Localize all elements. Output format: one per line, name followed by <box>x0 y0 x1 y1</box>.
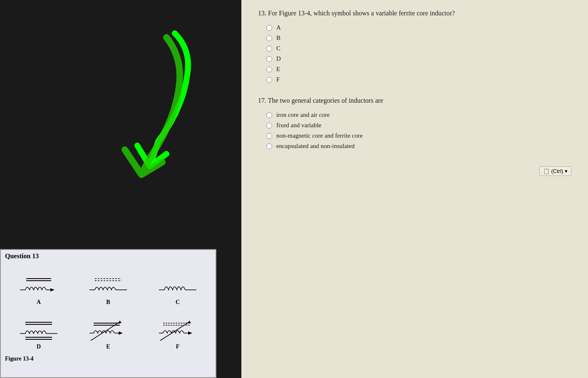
question-17-text: 17. The two general categories of induct… <box>258 96 571 106</box>
svg-marker-21 <box>119 331 123 335</box>
option-13-D[interactable]: D <box>266 55 571 62</box>
inductor-A <box>18 275 60 298</box>
option-13-B-label: B <box>276 35 280 42</box>
option-13-E-label: E <box>276 66 280 73</box>
option-17-A[interactable]: iron core and air core <box>266 111 571 119</box>
inductor-D <box>18 320 60 343</box>
question-17-options: iron core and air core fixed and variabl… <box>266 111 571 150</box>
figure-cell-C: C <box>144 264 211 307</box>
option-17-C[interactable]: non-magnetic core and ferrite core <box>266 132 571 139</box>
cell-label-A: A <box>37 299 41 306</box>
figure-cell-F: F <box>144 309 211 352</box>
option-17-A-label: iron core and air core <box>276 111 330 119</box>
svg-line-29 <box>160 322 189 341</box>
ctrl-icon: 📋 <box>543 168 550 174</box>
question-13-text: 13. For Figure 13-4, which symbol shows … <box>258 8 571 18</box>
option-17-B-label: fixed and variable <box>276 122 321 129</box>
cell-label-C: C <box>176 299 180 306</box>
cell-label-F: F <box>176 343 180 350</box>
figure-box: Question 13 A <box>0 249 216 378</box>
option-13-D-label: D <box>276 55 281 62</box>
radio-13-A[interactable] <box>266 25 272 31</box>
radio-13-D[interactable] <box>266 56 272 62</box>
figure-cell-E: E <box>74 309 142 352</box>
inductor-B <box>87 275 129 298</box>
figure-grid: A B <box>1 262 216 354</box>
figure-cell-B: B <box>74 264 142 307</box>
radio-17-D[interactable] <box>266 143 272 149</box>
option-17-D-label: encapsulated and non-insulated <box>276 143 355 150</box>
figure-caption: Figure 13-4 <box>1 354 216 364</box>
option-13-B[interactable]: B <box>266 35 571 42</box>
inductor-E <box>87 320 129 343</box>
question-17-block: 17. The two general categories of induct… <box>258 96 571 150</box>
radio-13-B[interactable] <box>266 35 272 41</box>
svg-line-22 <box>91 322 120 341</box>
question-13-number: 13. <box>258 10 268 17</box>
svg-marker-28 <box>188 331 192 335</box>
radio-17-A[interactable] <box>266 112 272 118</box>
question-13-block: 13. For Figure 13-4, which symbol shows … <box>258 8 571 83</box>
question-17-number: 17. <box>258 97 268 104</box>
radio-17-C[interactable] <box>266 133 272 139</box>
option-13-C[interactable]: C <box>266 45 571 52</box>
inductor-C <box>157 275 198 298</box>
svg-marker-23 <box>118 321 122 323</box>
inductor-F <box>157 320 198 343</box>
radio-13-C[interactable] <box>266 46 272 52</box>
radio-13-F[interactable] <box>266 77 272 83</box>
option-13-F-label: F <box>276 76 280 83</box>
option-17-D[interactable]: encapsulated and non-insulated <box>266 143 571 150</box>
option-17-C-label: non-magnetic core and ferrite core <box>276 132 362 139</box>
green-arrow-annotation <box>83 25 208 183</box>
figure-cell-D: D <box>5 309 72 352</box>
option-13-A-label: A <box>276 24 281 31</box>
left-panel: Question 13 A <box>0 0 241 378</box>
ctrl-button[interactable]: 📋 (Ctrl) ▾ <box>539 166 572 176</box>
radio-17-B[interactable] <box>266 123 272 128</box>
cell-label-E: E <box>106 343 110 350</box>
option-13-F[interactable]: F <box>266 76 571 83</box>
svg-marker-30 <box>188 321 191 323</box>
right-panel: 13. For Figure 13-4, which symbol shows … <box>241 0 588 378</box>
option-13-C-label: C <box>276 45 280 52</box>
svg-marker-4 <box>50 288 55 292</box>
question-13-options: A B C D E F <box>266 24 571 83</box>
figure-title: Question 13 <box>1 250 216 262</box>
cell-label-B: B <box>106 299 110 306</box>
ctrl-label: (Ctrl) ▾ <box>551 168 568 174</box>
figure-cell-A: A <box>5 264 72 307</box>
radio-13-E[interactable] <box>266 67 272 72</box>
option-13-E[interactable]: E <box>266 66 571 73</box>
option-13-A[interactable]: A <box>266 24 571 31</box>
option-17-B[interactable]: fixed and variable <box>266 122 571 129</box>
cell-label-D: D <box>37 343 41 350</box>
